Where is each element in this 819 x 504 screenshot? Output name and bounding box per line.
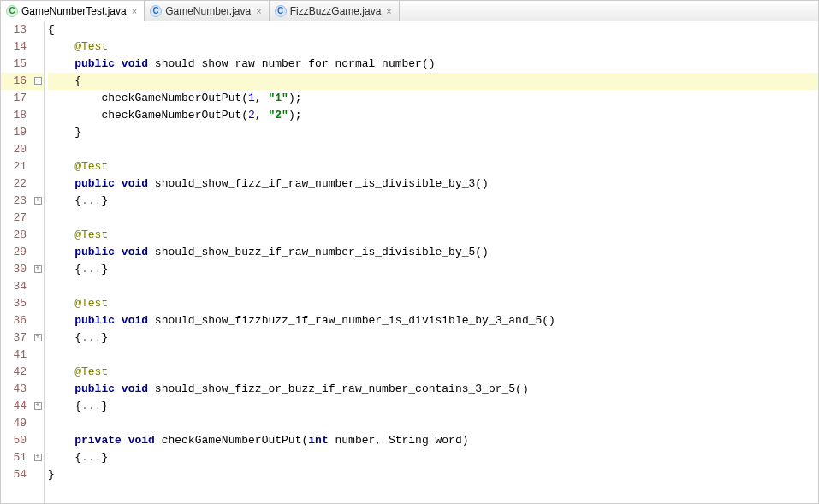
gutter-row: 54 — [1, 466, 44, 483]
code-token: { — [48, 331, 81, 344]
code-line[interactable] — [48, 210, 818, 227]
code-token: should_show_fizz_if_raw_number_is_divisi… — [148, 177, 489, 190]
tab-gamenumber-java[interactable]: CGameNumber.java× — [145, 1, 269, 21]
line-number: 51 — [9, 449, 27, 466]
code-line[interactable]: {...} — [48, 329, 818, 347]
gutter-row: 37+ — [1, 329, 44, 347]
code-token: { — [48, 194, 81, 207]
line-number: 20 — [9, 141, 27, 158]
tab-label: GameNumberTest.java — [21, 5, 127, 17]
gutter-row: 36 — [1, 312, 44, 329]
code-token: number, String word) — [329, 434, 469, 447]
code-token: { — [48, 23, 55, 36]
code-line[interactable]: public void should_show_raw_number_for_n… — [48, 56, 818, 73]
code-token — [48, 160, 74, 173]
code-line[interactable]: @Test — [48, 158, 818, 175]
tab-fizzbuzzgame-java[interactable]: CFizzBuzzGame.java× — [270, 1, 400, 21]
close-icon[interactable]: × — [254, 6, 263, 16]
code-token: should_show_fizzbuzz_if_raw_number_is_di… — [148, 314, 555, 327]
code-editor[interactable]: 13141516−17181920212223+27282930+3435363… — [1, 21, 818, 503]
code-line[interactable]: checkGameNumberOutPut(1, "1"); — [48, 90, 818, 107]
code-line[interactable]: @Test — [48, 227, 818, 244]
gutter-row: 41 — [1, 347, 44, 364]
code-line[interactable]: } — [48, 124, 818, 141]
fold-expand-icon[interactable]: + — [34, 454, 42, 461]
editor-tabs: CGameNumberTest.java×CGameNumber.java×CF… — [1, 1, 818, 21]
code-line[interactable] — [48, 347, 818, 364]
gutter-row: 35 — [1, 295, 44, 312]
code-token: } — [101, 451, 108, 464]
code-line[interactable]: @Test — [48, 39, 818, 56]
line-number: 41 — [9, 347, 27, 364]
code-line[interactable]: @Test — [48, 295, 818, 312]
code-line[interactable]: } — [48, 466, 818, 483]
fold-collapse-icon[interactable]: − — [34, 77, 42, 85]
line-number: 16 — [9, 73, 27, 90]
code-token: @Test — [74, 365, 108, 378]
code-line[interactable] — [48, 415, 818, 432]
tab-label: FizzBuzzGame.java — [290, 5, 382, 17]
code-token: } — [101, 263, 108, 276]
code-line[interactable]: public void should_show_fizz_or_buzz_if_… — [48, 381, 818, 398]
code-area[interactable]: { @Test public void should_show_raw_numb… — [45, 21, 818, 503]
line-number: 13 — [9, 21, 27, 39]
code-line[interactable]: checkGameNumberOutPut(2, "2"); — [48, 107, 818, 124]
gutter-row: 27 — [1, 210, 44, 227]
code-token: should_show_raw_number_for_normal_number… — [148, 57, 435, 70]
fold-expand-icon[interactable]: + — [34, 402, 42, 410]
code-line[interactable]: public void should_show_fizzbuzz_if_raw_… — [48, 312, 818, 329]
code-token: ... — [81, 451, 101, 464]
code-token — [48, 365, 74, 378]
line-number: 27 — [9, 210, 27, 227]
line-number: 14 — [9, 39, 27, 56]
code-line[interactable]: {...} — [48, 193, 818, 210]
code-token: public void — [74, 382, 148, 395]
code-line[interactable]: {...} — [48, 398, 818, 415]
gutter-row: 18 — [1, 107, 44, 124]
line-number: 23 — [9, 193, 27, 210]
gutter-row: 17 — [1, 90, 44, 107]
line-number: 22 — [9, 175, 27, 193]
code-token — [48, 246, 74, 258]
code-token: "2" — [268, 109, 288, 122]
close-icon[interactable]: × — [384, 6, 393, 16]
line-number: 44 — [9, 398, 27, 415]
line-number: 19 — [9, 124, 27, 141]
code-line[interactable]: { — [48, 21, 818, 39]
code-token — [48, 40, 74, 53]
gutter-row: 43 — [1, 381, 44, 398]
code-token: ); — [288, 92, 302, 104]
gutter-row: 49 — [1, 415, 44, 432]
code-line[interactable]: public void should_show_fizz_if_raw_numb… — [48, 175, 818, 193]
code-line[interactable]: { — [48, 73, 818, 90]
code-token: , — [255, 109, 269, 122]
fold-expand-icon[interactable]: + — [34, 197, 42, 205]
code-token: } — [101, 400, 108, 412]
gutter-row: 13 — [1, 21, 44, 39]
code-token — [48, 382, 74, 395]
code-token: } — [101, 194, 108, 207]
line-number: 29 — [9, 244, 27, 261]
code-line[interactable] — [48, 278, 818, 295]
code-token: checkGameNumberOutPut( — [48, 109, 248, 122]
gutter-row: 20 — [1, 141, 44, 158]
fold-expand-icon[interactable]: + — [34, 334, 42, 341]
code-token: public void — [74, 246, 148, 258]
code-line[interactable]: {...} — [48, 449, 818, 466]
code-token — [48, 177, 74, 190]
code-line[interactable]: public void should_show_buzz_if_raw_numb… — [48, 244, 818, 261]
code-line[interactable]: @Test — [48, 364, 818, 381]
code-token: public void — [74, 57, 148, 70]
tab-gamenumbertest-java[interactable]: CGameNumberTest.java× — [1, 1, 145, 21]
code-line[interactable] — [48, 141, 818, 158]
fold-expand-icon[interactable]: + — [34, 265, 42, 273]
code-token: { — [48, 74, 81, 87]
code-line[interactable]: private void checkGameNumberOutPut(int n… — [48, 432, 818, 449]
tab-label: GameNumber.java — [165, 5, 251, 17]
java-class-icon: C — [150, 5, 162, 17]
java-class-icon: C — [275, 5, 287, 17]
close-icon[interactable]: × — [130, 6, 139, 16]
gutter-row: 19 — [1, 124, 44, 141]
code-line[interactable]: {...} — [48, 261, 818, 278]
code-token: checkGameNumberOutPut( — [48, 92, 248, 104]
